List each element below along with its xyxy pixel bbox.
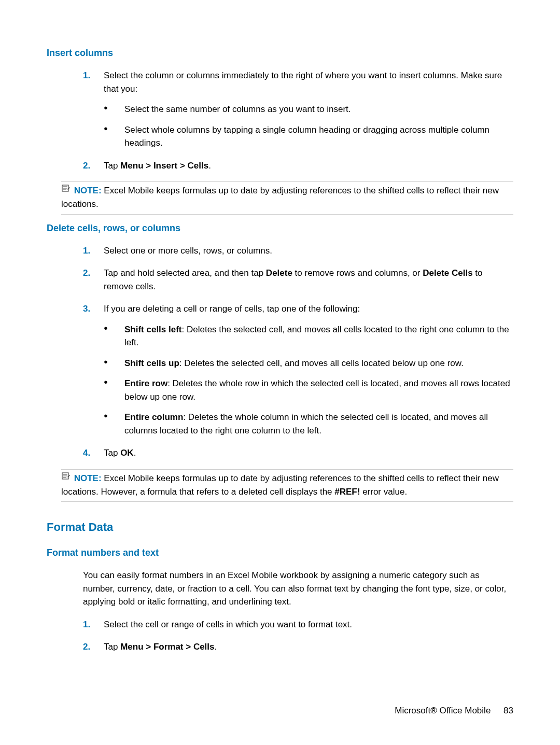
heading-delete-cells: Delete cells, rows, or columns [47, 223, 513, 234]
footer: Microsoft® Office Mobile 83 [395, 706, 513, 716]
step-text: Tap [104, 161, 120, 171]
bullet-item: Entire row: Deletes the whole row in whi… [104, 377, 513, 403]
bold-text: Delete Cells [423, 268, 472, 278]
bullet-text: : Deletes the selected cell, and moves a… [179, 358, 464, 368]
list-item: 2. Tap Menu > Insert > Cells. [83, 159, 513, 173]
note-block: NOTE: Excel Mobile keeps formulas up to … [61, 469, 513, 502]
step-text: . [208, 161, 211, 171]
step-text: Tap [104, 448, 120, 458]
step-text: to remove rows and columns, or [292, 268, 423, 278]
heading-format-data: Format Data [47, 521, 513, 534]
bullet-item: Select the same number of columns as you… [104, 103, 513, 116]
bold-text: Menu > Format > Cells [120, 642, 214, 652]
step-number: 1. [83, 618, 90, 631]
step-text: If you are deleting a cell or range of c… [104, 304, 360, 314]
bold-text: Entire column [124, 412, 183, 422]
bold-text: Menu > Insert > Cells [120, 161, 208, 171]
list-item: 1. Select the column or columns immediat… [83, 69, 513, 150]
list-item: 3. If you are deleting a cell or range o… [83, 302, 513, 437]
step-text: Tap and hold selected area, and then tap [104, 268, 266, 278]
bold-text: Entire row [124, 378, 167, 388]
step-number: 3. [83, 302, 90, 316]
step-number: 2. [83, 266, 90, 280]
bullet-text: : Deletes the selected cell, and moves a… [124, 325, 509, 348]
step-number: 2. [83, 640, 90, 654]
list-item: 1. Select the cell or range of cells in … [83, 618, 513, 631]
list-item: 2. Tap and hold selected area, and then … [83, 266, 513, 293]
step-text: Tap [104, 642, 120, 652]
list-item: 2. Tap Menu > Format > Cells. [83, 640, 513, 654]
step-number: 1. [83, 244, 90, 258]
bullet-item: Shift cells left: Deletes the selected c… [104, 323, 513, 349]
step-text: Select the cell or range of cells in whi… [104, 620, 352, 629]
note-text: Excel Mobile keeps formulas up to date b… [61, 186, 499, 209]
bullet-text: : Deletes the whole row in which the sel… [124, 378, 510, 402]
bold-text: #REF! [334, 487, 360, 497]
note-label: NOTE: [74, 473, 102, 483]
bold-text: Shift cells left [124, 325, 182, 334]
step-number: 2. [83, 159, 90, 173]
content-block: You can easily format numbers in an Exce… [47, 569, 513, 654]
note-label: NOTE: [74, 186, 102, 195]
note-icon [61, 183, 71, 196]
bold-text: Delete [266, 268, 292, 278]
step-text: . [215, 642, 217, 652]
step-text: Select one or more cells, rows, or colum… [104, 246, 272, 256]
footer-text: Microsoft® Office Mobile [395, 706, 491, 715]
step-text: Select the column or columns immediately… [104, 71, 502, 94]
page-number: 83 [503, 706, 513, 716]
note-block: NOTE: Excel Mobile keeps formulas up to … [61, 181, 513, 215]
step-number: 4. [83, 446, 90, 460]
heading-insert-columns: Insert columns [47, 48, 513, 59]
bold-text: OK [120, 448, 134, 458]
bullet-item: Select whole columns by tapping a single… [104, 123, 513, 150]
note-text: error value. [360, 487, 407, 497]
bullet-item: Entire column: Deletes the whole column … [104, 411, 513, 437]
heading-format-numbers-text: Format numbers and text [47, 547, 513, 558]
paragraph: You can easily format numbers in an Exce… [83, 569, 513, 609]
step-number: 1. [83, 69, 90, 82]
step-text: . [134, 448, 136, 458]
list-item: 4. Tap OK. [83, 446, 513, 460]
list-item: 1. Select one or more cells, rows, or co… [83, 244, 513, 258]
bold-text: Shift cells up [124, 358, 179, 368]
page: Insert columns 1. Select the column or c… [0, 0, 560, 745]
content-block: 1. Select the column or columns immediat… [47, 69, 513, 172]
content-block: 1. Select one or more cells, rows, or co… [47, 244, 513, 460]
note-text: Excel Mobile keeps formulas up to date b… [61, 473, 499, 497]
note-icon [61, 471, 71, 484]
bullet-item: Shift cells up: Deletes the selected cel… [104, 357, 513, 370]
